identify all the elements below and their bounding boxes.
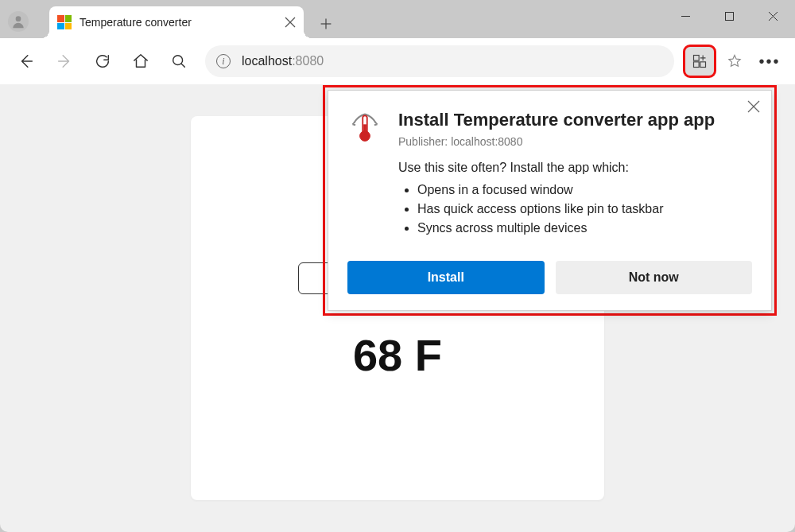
popup-title: Install Temperature converter app app bbox=[398, 110, 715, 130]
svg-rect-17 bbox=[363, 124, 366, 134]
svg-rect-12 bbox=[700, 62, 706, 68]
popup-publisher: Publisher: localhost:8080 bbox=[398, 135, 715, 148]
browser-toolbar: i localhost:8080 ••• bbox=[0, 38, 795, 84]
home-button[interactable] bbox=[126, 46, 156, 76]
site-info-icon[interactable]: i bbox=[216, 54, 231, 68]
popup-prompt: Use this site often? Install the app whi… bbox=[398, 161, 715, 175]
favicon-microsoft-icon bbox=[57, 15, 72, 29]
favorite-button[interactable] bbox=[720, 47, 749, 76]
window-controls bbox=[664, 0, 795, 32]
new-tab-button[interactable] bbox=[312, 10, 340, 38]
forward-button[interactable] bbox=[49, 46, 80, 76]
popup-bullet: Syncs across multiple devices bbox=[417, 221, 715, 235]
window-minimize-button[interactable] bbox=[664, 0, 708, 32]
tab-close-button[interactable] bbox=[285, 17, 296, 28]
install-button[interactable]: Install bbox=[347, 261, 545, 294]
popup-bullet: Opens in a focused window bbox=[417, 183, 715, 197]
url-text: localhost:8080 bbox=[242, 54, 324, 68]
install-app-button[interactable] bbox=[685, 47, 714, 76]
popup-close-button[interactable] bbox=[746, 99, 762, 115]
browser-tab[interactable]: Temperature converter bbox=[49, 6, 304, 38]
address-bar[interactable]: i localhost:8080 bbox=[205, 45, 674, 77]
back-button[interactable] bbox=[11, 46, 41, 76]
url-port: :8080 bbox=[292, 54, 324, 68]
thermometer-icon bbox=[347, 110, 382, 145]
svg-rect-11 bbox=[694, 62, 700, 68]
more-options-button[interactable]: ••• bbox=[755, 47, 784, 76]
svg-rect-6 bbox=[726, 12, 734, 20]
search-button[interactable] bbox=[164, 46, 194, 76]
svg-point-0 bbox=[16, 16, 21, 21]
not-now-button[interactable]: Not now bbox=[556, 261, 753, 294]
install-popup: Install Temperature converter app app Pu… bbox=[328, 90, 772, 311]
refresh-button[interactable] bbox=[87, 46, 118, 76]
tab-title: Temperature converter bbox=[80, 16, 277, 29]
window-titlebar: Temperature converter bbox=[0, 0, 795, 38]
install-popup-highlight: Install Temperature converter app app Pu… bbox=[323, 85, 777, 316]
window-maximize-button[interactable] bbox=[708, 0, 751, 32]
window-close-button[interactable] bbox=[751, 0, 795, 32]
popup-bullet: Has quick access options like pin to tas… bbox=[417, 202, 715, 216]
svg-rect-10 bbox=[694, 56, 700, 61]
url-host: localhost bbox=[242, 54, 292, 68]
profile-avatar[interactable] bbox=[8, 11, 29, 32]
result-display: 68 F bbox=[353, 329, 442, 381]
